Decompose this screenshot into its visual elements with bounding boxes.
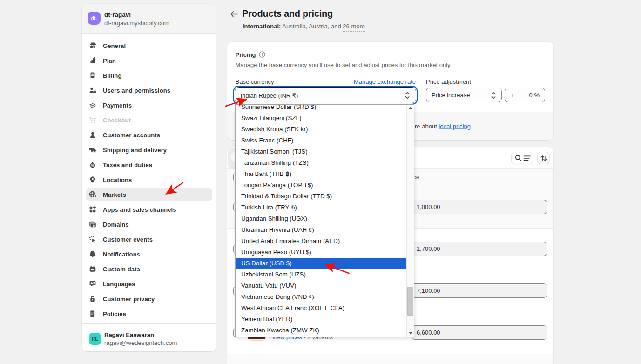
svg-text:A: A bbox=[90, 281, 93, 285]
svg-text:$: $ bbox=[92, 73, 94, 77]
svg-text:$: $ bbox=[94, 195, 95, 199]
svg-text:%: % bbox=[91, 163, 94, 168]
